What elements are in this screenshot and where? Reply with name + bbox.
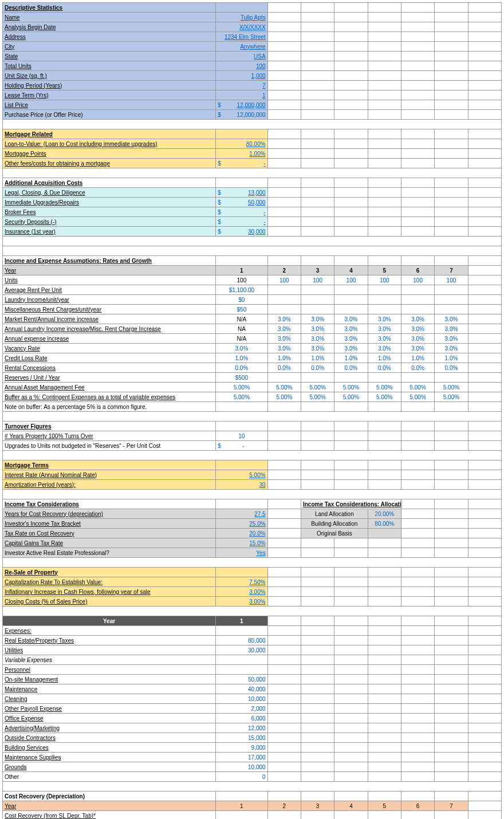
cr-header: Cost Recovery (Depreciation) bbox=[3, 792, 216, 801]
acq-header: Additional Acquisition Costs bbox=[3, 178, 216, 188]
spreadsheet: Descriptive Statistics NameTulip Apts An… bbox=[2, 2, 502, 819]
desc-name-label: Name bbox=[3, 13, 216, 22]
resale-header: Re-Sale of Property bbox=[3, 568, 216, 577]
income-header: Income and Expense Assumptions: Rates an… bbox=[3, 256, 216, 266]
desc-header: Descriptive Statistics bbox=[3, 3, 216, 13]
desc-name-val[interactable]: Tulip Apts bbox=[216, 13, 268, 22]
tax-header: Income Tax Considerations bbox=[3, 499, 216, 509]
mortgage-header: Mortgage Related bbox=[3, 129, 216, 139]
turnover-header: Turnover Figures bbox=[3, 422, 216, 431]
mterms-header: Mortgage Terms bbox=[3, 460, 216, 470]
